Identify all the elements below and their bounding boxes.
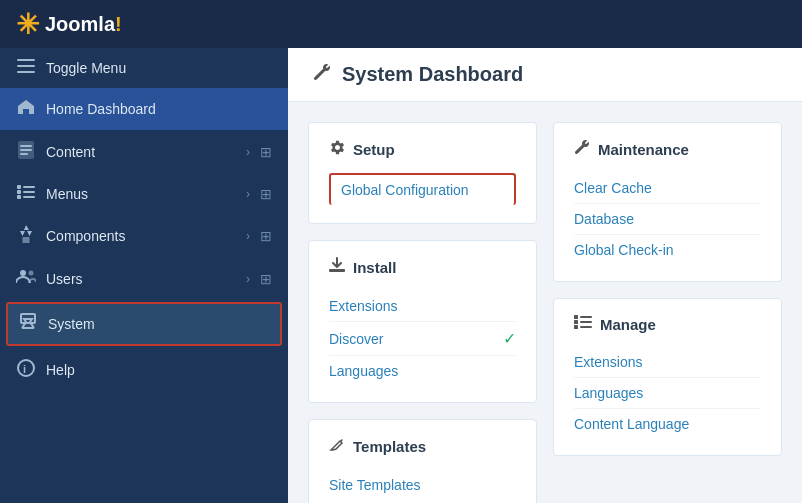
system-icon	[18, 313, 38, 335]
sidebar: Toggle Menu Home Dashboard Content ›	[0, 48, 288, 503]
sidebar-item-users[interactable]: Users › ⊞	[0, 258, 288, 300]
svg-rect-19	[574, 315, 578, 319]
page-title: System Dashboard	[342, 63, 523, 86]
main-layout: Toggle Menu Home Dashboard Content ›	[0, 48, 802, 503]
templates-icon	[329, 436, 345, 456]
components-grid-icon: ⊞	[260, 228, 272, 244]
extensions-manage-link[interactable]: Extensions	[574, 347, 761, 378]
svg-rect-1	[17, 65, 35, 67]
help-label: Help	[46, 362, 272, 378]
sidebar-item-system[interactable]: System	[6, 302, 282, 346]
menus-grid-icon: ⊞	[260, 186, 272, 202]
maintenance-wrench-icon	[574, 139, 590, 159]
manage-card: Manage Extensions Languages Content Lang…	[553, 298, 782, 456]
svg-rect-2	[17, 71, 35, 73]
sidebar-item-menus[interactable]: Menus › ⊞	[0, 174, 288, 214]
content-arrow-icon: ›	[246, 145, 250, 159]
svg-rect-24	[580, 326, 592, 328]
setup-card-title: Setup	[329, 139, 516, 159]
maintenance-card: Maintenance Clear Cache Database Global …	[553, 122, 782, 282]
manage-card-title: Manage	[574, 315, 761, 333]
top-header: ✳ Joomla!	[0, 0, 802, 48]
maintenance-card-title: Maintenance	[574, 139, 761, 159]
components-arrow-icon: ›	[246, 229, 250, 243]
content-languages-link[interactable]: Content Language	[574, 409, 761, 439]
languages-manage-link[interactable]: Languages	[574, 378, 761, 409]
install-card: Install Extensions Discover ✓ Languages	[308, 240, 537, 403]
menus-label: Menus	[46, 186, 236, 202]
setup-gear-icon	[329, 139, 345, 159]
content-label: Content	[46, 144, 236, 160]
database-link[interactable]: Database	[574, 204, 761, 235]
toggle-menu-icon	[16, 59, 36, 77]
sidebar-item-content[interactable]: Content › ⊞	[0, 130, 288, 174]
right-column: Maintenance Clear Cache Database Global …	[553, 122, 782, 503]
clear-cache-link[interactable]: Clear Cache	[574, 173, 761, 204]
content-header: System Dashboard	[288, 48, 802, 102]
system-label: System	[48, 316, 270, 332]
discover-link[interactable]: Discover ✓	[329, 322, 516, 356]
sidebar-item-components[interactable]: Components › ⊞	[0, 214, 288, 258]
svg-rect-21	[574, 320, 578, 324]
svg-rect-5	[20, 149, 32, 151]
home-dashboard-label: Home Dashboard	[46, 101, 272, 117]
svg-text:i: i	[23, 363, 26, 375]
manage-title: Manage	[600, 316, 656, 333]
svg-point-13	[20, 270, 26, 276]
svg-rect-20	[580, 316, 592, 318]
install-title: Install	[353, 259, 396, 276]
users-arrow-icon: ›	[246, 272, 250, 286]
templates-card-title: Templates	[329, 436, 516, 456]
svg-rect-7	[17, 185, 21, 189]
svg-point-14	[29, 271, 34, 276]
help-icon: i	[16, 359, 36, 381]
joomla-asterisk-icon: ✳	[16, 8, 39, 41]
languages-install-link[interactable]: Languages	[329, 356, 516, 386]
joomla-exclaim: !	[115, 13, 122, 35]
extensions-install-link[interactable]: Extensions	[329, 291, 516, 322]
svg-rect-4	[20, 145, 32, 147]
svg-rect-11	[17, 195, 21, 199]
users-grid-icon: ⊞	[260, 271, 272, 287]
templates-card: Templates Site Templates	[308, 419, 537, 503]
wrench-icon	[312, 62, 332, 87]
svg-rect-8	[23, 186, 35, 188]
setup-title: Setup	[353, 141, 395, 158]
global-checkin-link[interactable]: Global Check-in	[574, 235, 761, 265]
svg-rect-10	[23, 191, 35, 193]
toggle-menu-label: Toggle Menu	[46, 60, 272, 76]
home-icon	[16, 99, 36, 119]
content-grid-icon: ⊞	[260, 144, 272, 160]
discover-check-icon: ✓	[503, 329, 516, 348]
components-icon	[16, 225, 36, 247]
menus-icon	[16, 185, 36, 203]
users-icon	[16, 269, 36, 289]
joomla-logo: ✳ Joomla!	[16, 8, 122, 41]
content-body: Setup Global Configuration	[288, 102, 802, 503]
left-column: Setup Global Configuration	[308, 122, 537, 503]
install-card-title: Install	[329, 257, 516, 277]
sidebar-item-home-dashboard[interactable]: Home Dashboard	[0, 88, 288, 130]
manage-list-icon	[574, 315, 592, 333]
svg-rect-12	[23, 196, 35, 198]
menus-arrow-icon: ›	[246, 187, 250, 201]
joomla-name: Joomla!	[45, 13, 122, 36]
svg-rect-23	[574, 325, 578, 329]
svg-rect-0	[17, 59, 35, 61]
global-configuration-link[interactable]: Global Configuration	[329, 173, 516, 205]
svg-rect-22	[580, 321, 592, 323]
components-label: Components	[46, 228, 236, 244]
content-area: System Dashboard Setup Gl	[288, 48, 802, 503]
site-templates-link[interactable]: Site Templates	[329, 470, 516, 500]
maintenance-title: Maintenance	[598, 141, 689, 158]
setup-card: Setup Global Configuration	[308, 122, 537, 224]
sidebar-item-help[interactable]: i Help	[0, 348, 288, 392]
templates-title: Templates	[353, 438, 426, 455]
sidebar-item-toggle-menu[interactable]: Toggle Menu	[0, 48, 288, 88]
users-label: Users	[46, 271, 236, 287]
content-icon	[16, 141, 36, 163]
install-icon	[329, 257, 345, 277]
svg-rect-6	[20, 153, 28, 155]
svg-rect-9	[17, 190, 21, 194]
svg-rect-18	[329, 269, 345, 272]
